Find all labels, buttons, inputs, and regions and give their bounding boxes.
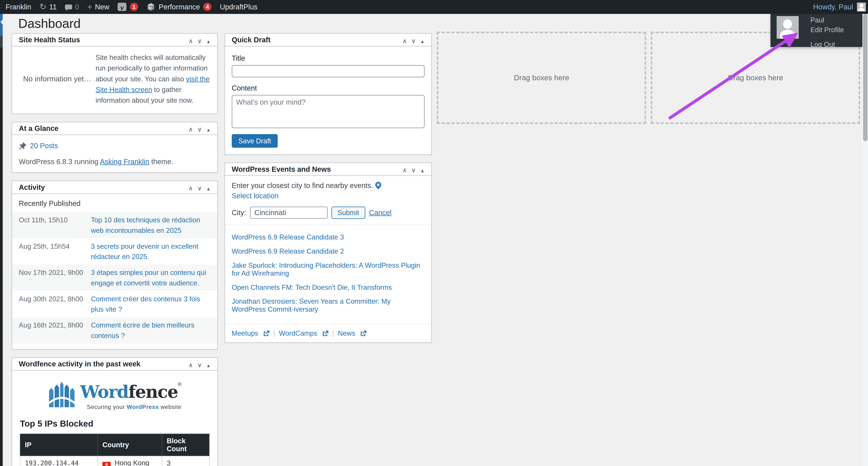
admin-bar-updates[interactable]: ↻ 11 xyxy=(39,3,57,11)
profile-name-link[interactable]: Paul xyxy=(810,16,844,24)
country-cell: Hong Kong xyxy=(98,456,162,466)
update-icon: ↻ xyxy=(39,3,46,11)
save-draft-button[interactable]: Save Draft xyxy=(232,134,278,148)
post-link[interactable]: Comment écrire de bien meilleurs contenu… xyxy=(91,320,212,341)
move-down-icon[interactable] xyxy=(411,164,416,174)
move-up-icon[interactable] xyxy=(402,164,407,174)
title-label: Title xyxy=(232,54,425,62)
admin-menu-collapsed[interactable] xyxy=(0,14,3,466)
meetups-link[interactable]: Meetups xyxy=(232,329,258,337)
collapse-icon[interactable] xyxy=(420,164,425,174)
wordfence-logo-word: Word xyxy=(80,382,128,402)
admin-bar-comments[interactable]: 0 xyxy=(65,3,79,11)
admin-menu-item[interactable] xyxy=(0,36,3,47)
empty-widget-dropzone[interactable]: Drag boxes here xyxy=(437,32,646,124)
activity-row: Nov 17th 2021, 9h00 3 étapes simples pou… xyxy=(12,265,217,291)
column-header-ip: IP xyxy=(20,434,98,456)
move-down-icon[interactable] xyxy=(197,123,202,133)
performance-label: Performance xyxy=(159,3,200,11)
cancel-link[interactable]: Cancel xyxy=(369,209,392,217)
pushpin-icon xyxy=(19,142,27,150)
admin-bar-site-name[interactable]: Franklin xyxy=(6,3,31,11)
version-text: WordPress 6.8.3 running xyxy=(19,158,100,166)
wordpress-version-text: WordPress 6.8.3 running Asking Franklin … xyxy=(19,158,211,166)
collapse-icon[interactable] xyxy=(206,359,211,369)
widget-title: Activity xyxy=(19,183,45,192)
site-health-widget: Site Health Status No information yet… S… xyxy=(11,33,218,114)
post-link[interactable]: Top 10 des techniques de rédaction web i… xyxy=(91,215,212,236)
move-down-icon[interactable] xyxy=(197,182,202,192)
collapse-icon[interactable] xyxy=(206,123,211,133)
news-link[interactable]: Open Channels FM: Tech Doesn't Die, It T… xyxy=(232,284,425,291)
news-link[interactable]: WordPress 6.9 Release Candidate 3 xyxy=(232,233,425,241)
admin-bar-yoast[interactable]: y 1 xyxy=(118,3,138,11)
activity-row: Oct 11th, 15h10 Top 10 des techniques de… xyxy=(12,212,217,238)
posts-count-link[interactable]: 20 Posts xyxy=(30,142,58,150)
content-label: Content xyxy=(232,84,425,92)
scrollbar-thumb[interactable] xyxy=(863,14,868,141)
post-date: Oct 11th, 15h10 xyxy=(19,215,91,236)
edit-profile-link[interactable]: Edit Profile xyxy=(810,26,844,33)
location-pin-icon xyxy=(375,182,381,190)
external-link-icon xyxy=(361,331,366,336)
separator: | xyxy=(332,329,334,337)
move-up-icon[interactable] xyxy=(188,123,193,133)
events-header[interactable]: WordPress Events and News xyxy=(225,163,431,176)
widget-controls xyxy=(188,182,211,192)
theme-link[interactable]: Asking Franklin xyxy=(100,158,149,166)
news-link[interactable]: Jonathan Desrosiers: Seven Years a Commi… xyxy=(232,297,425,313)
move-up-icon[interactable] xyxy=(188,182,193,192)
site-health-header[interactable]: Site Health Status xyxy=(12,34,217,46)
scrollbar-track[interactable] xyxy=(862,14,868,466)
site-health-description: Site health checks will automatically ru… xyxy=(95,52,211,106)
admin-bar: Franklin ↻ 11 0 + New y 1 W3 Performance… xyxy=(0,0,868,14)
move-down-icon[interactable] xyxy=(197,359,202,369)
external-link-icon xyxy=(323,331,328,336)
city-input[interactable] xyxy=(250,207,328,219)
wordfence-logo-fence: fence xyxy=(128,382,178,402)
tagline-brand: WordPress xyxy=(127,404,159,410)
move-up-icon[interactable] xyxy=(188,35,193,45)
post-link[interactable]: 3 étapes simples pour un contenu qui eng… xyxy=(91,267,212,288)
collapse-icon[interactable] xyxy=(206,182,211,192)
admin-bar-my-account[interactable]: Howdy, Paul xyxy=(813,3,868,11)
post-link[interactable]: Comment créer des contenus 3 fois plus v… xyxy=(91,294,212,314)
move-up-icon[interactable] xyxy=(402,35,407,45)
w3tc-cube-icon: W3 xyxy=(147,3,155,11)
widget-controls xyxy=(402,35,425,45)
avatar xyxy=(857,3,866,11)
admin-bar-performance[interactable]: W3 Performance 4 xyxy=(147,3,212,11)
admin-bar-new[interactable]: + New xyxy=(87,2,110,12)
events-footer: Meetups | WordCamps | News xyxy=(225,324,431,342)
post-link[interactable]: 3 secrets pour devenir un excellent réda… xyxy=(91,241,212,262)
ip-cell: 193.200.134.44 xyxy=(20,456,98,466)
count-cell: 3 xyxy=(162,456,209,466)
submit-button[interactable]: Submit xyxy=(332,207,365,219)
activity-header[interactable]: Activity xyxy=(12,181,217,194)
quick-draft-header[interactable]: Quick Draft xyxy=(225,34,431,46)
comments-count: 0 xyxy=(75,3,79,11)
country-name: Hong Kong xyxy=(115,459,149,466)
news-link[interactable]: WordPress 6.9 Release Candidate 2 xyxy=(232,247,425,255)
wordcamps-link[interactable]: WordCamps xyxy=(279,329,317,337)
move-down-icon[interactable] xyxy=(197,35,202,45)
draft-content-textarea[interactable] xyxy=(232,95,425,128)
news-footer-link[interactable]: News xyxy=(338,329,355,337)
draft-title-input[interactable] xyxy=(232,65,425,77)
admin-bar-updraftplus[interactable]: UpdraftPlus xyxy=(220,3,257,11)
collapse-icon[interactable] xyxy=(206,35,211,45)
move-down-icon[interactable] xyxy=(411,35,416,45)
version-text-end: theme. xyxy=(149,158,173,166)
news-link[interactable]: Jake Spurlock: Introducing Placeholders:… xyxy=(232,261,425,277)
admin-menu-active-item[interactable] xyxy=(0,14,3,36)
log-out-link[interactable]: Log Out xyxy=(810,41,844,48)
move-up-icon[interactable] xyxy=(188,359,193,369)
widget-controls xyxy=(188,35,211,45)
new-label: New xyxy=(95,3,110,11)
at-a-glance-header[interactable]: At a Glance xyxy=(12,122,217,135)
collapse-icon[interactable] xyxy=(420,35,425,45)
wordfence-header[interactable]: Wordfence activity in the past week xyxy=(12,358,217,371)
widget-title: Wordfence activity in the past week xyxy=(19,360,141,368)
page-title: Dashboard xyxy=(18,16,81,31)
select-location-link[interactable]: Select location xyxy=(232,192,279,200)
